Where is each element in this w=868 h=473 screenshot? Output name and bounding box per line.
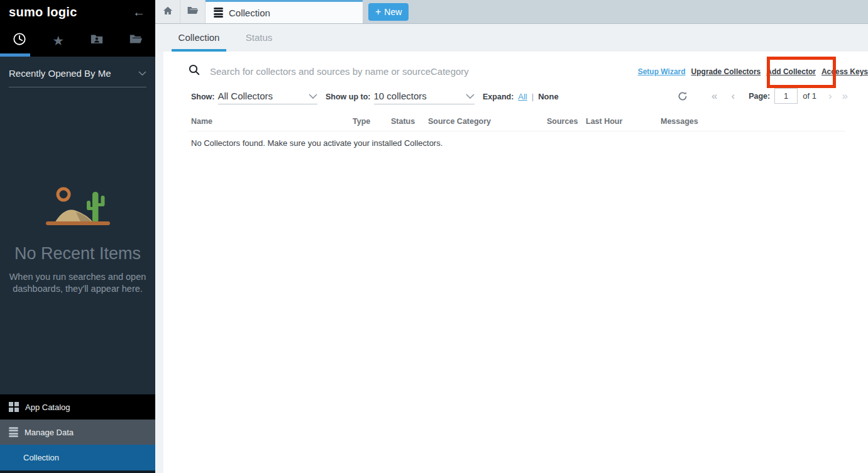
column-header-name[interactable]: Name bbox=[191, 117, 212, 126]
table-empty-message: No Collectors found. Make sure you activ… bbox=[191, 138, 442, 148]
access-keys-link[interactable]: Access Keys bbox=[821, 67, 868, 76]
sidebar-item-collection[interactable]: Collection bbox=[0, 445, 155, 470]
open-folder-icon bbox=[187, 4, 199, 19]
expand-none-link[interactable]: None bbox=[538, 92, 559, 101]
column-header-sources[interactable]: Sources bbox=[547, 117, 578, 126]
show-up-to-value: 10 collectors bbox=[374, 91, 427, 101]
database-icon bbox=[9, 427, 18, 438]
clock-icon bbox=[13, 32, 26, 48]
chevron-down-icon bbox=[466, 94, 475, 99]
expand-label: Expand: bbox=[483, 92, 514, 101]
expand-controls: Expand: All | None bbox=[483, 92, 559, 101]
last-page-icon[interactable]: » bbox=[842, 91, 848, 101]
panel-gutter bbox=[155, 52, 163, 473]
app-catalog-label: App Catalog bbox=[25, 403, 70, 412]
recently-opened-dropdown[interactable]: Recently Opened By Me bbox=[9, 67, 146, 87]
manage-data-label: Manage Data bbox=[25, 428, 74, 437]
table-header-divider bbox=[189, 131, 845, 131]
show-filter-value: All Collectors bbox=[218, 91, 273, 101]
column-header-status[interactable]: Status bbox=[391, 117, 415, 126]
recently-opened-label: Recently Opened By Me bbox=[9, 68, 111, 79]
personal-folder-icon bbox=[90, 32, 104, 48]
tab-collection[interactable]: Collection bbox=[172, 24, 226, 52]
desert-cactus-illustration bbox=[37, 220, 119, 231]
refresh-icon bbox=[678, 91, 688, 101]
quick-links: Setup Wizard Upgrade Collectors Add Coll… bbox=[638, 67, 868, 76]
collapse-sidebar-arrow-icon[interactable]: ← bbox=[133, 6, 145, 18]
chevron-down-icon bbox=[138, 67, 146, 79]
sidebar-tab-personal[interactable] bbox=[78, 24, 117, 57]
show-filter: Show: All Collectors bbox=[191, 91, 317, 104]
collection-window-tab[interactable]: Collection bbox=[206, 0, 363, 23]
page-label: Page: bbox=[749, 92, 770, 101]
home-icon bbox=[162, 5, 173, 19]
sidebar-nav-icons: ★ bbox=[0, 24, 155, 57]
show-filter-label: Show: bbox=[191, 92, 215, 104]
collection-panel: Setup Wizard Upgrade Collectors Add Coll… bbox=[163, 52, 868, 473]
collection-label: Collection bbox=[23, 453, 59, 462]
show-up-to-filter: Show up to: 10 collectors bbox=[326, 91, 475, 104]
sidebar: sumo logic ← ★ Recently Opened By Me bbox=[0, 0, 155, 473]
page-number-input[interactable] bbox=[774, 88, 798, 104]
chevron-down-icon bbox=[309, 94, 317, 99]
sidebar-tab-library[interactable] bbox=[116, 24, 155, 57]
add-collector-link[interactable]: Add Collector bbox=[766, 67, 816, 76]
empty-state-title: No Recent Items bbox=[0, 244, 155, 264]
page-total: of 1 bbox=[803, 91, 816, 101]
new-button[interactable]: + New bbox=[368, 3, 409, 21]
library-tab-button[interactable] bbox=[180, 0, 206, 23]
sumo-logic-logo: sumo logic bbox=[9, 5, 133, 19]
sidebar-tab-recent[interactable] bbox=[0, 24, 39, 57]
database-icon bbox=[214, 8, 223, 18]
star-icon: ★ bbox=[52, 34, 64, 47]
sidebar-bottom-menu: App Catalog Manage Data Collection bbox=[0, 394, 155, 470]
sidebar-tab-favorites[interactable]: ★ bbox=[39, 24, 78, 57]
upgrade-collectors-link[interactable]: Upgrade Collectors bbox=[691, 67, 761, 76]
column-header-source-category[interactable]: Source Category bbox=[428, 117, 491, 126]
tab-status[interactable]: Status bbox=[244, 24, 273, 52]
show-filter-dropdown[interactable]: All Collectors bbox=[218, 91, 317, 104]
sidebar-item-manage-data[interactable]: Manage Data bbox=[0, 420, 155, 445]
refresh-button[interactable] bbox=[678, 91, 688, 104]
sidebar-footer-strip bbox=[0, 470, 155, 473]
open-folder-icon bbox=[129, 32, 143, 48]
sidebar-item-app-catalog[interactable]: App Catalog bbox=[0, 394, 155, 420]
plus-icon: + bbox=[375, 6, 381, 18]
search-icon bbox=[189, 64, 200, 78]
new-button-label: New bbox=[384, 7, 402, 17]
previous-page-icon[interactable]: ‹ bbox=[731, 91, 735, 101]
sidebar-empty-state: No Recent Items When you run searches an… bbox=[0, 184, 155, 295]
empty-state-message: When you run searches and open dashboard… bbox=[7, 271, 149, 295]
top-tab-bar: Collection + New bbox=[155, 0, 868, 24]
collection-tab-label: Collection bbox=[229, 8, 270, 18]
show-up-to-label: Show up to: bbox=[326, 92, 371, 104]
logo-bar: sumo logic ← bbox=[0, 0, 155, 24]
home-tab-button[interactable] bbox=[155, 0, 180, 23]
expand-all-link[interactable]: All bbox=[518, 92, 527, 101]
setup-wizard-link[interactable]: Setup Wizard bbox=[638, 67, 686, 76]
search-input[interactable] bbox=[210, 66, 600, 77]
column-header-type[interactable]: Type bbox=[353, 117, 370, 126]
app-catalog-grid-icon bbox=[9, 402, 19, 412]
secondary-tabs: Collection Status bbox=[155, 24, 868, 52]
next-page-icon[interactable]: › bbox=[828, 91, 832, 101]
expand-divider: | bbox=[532, 92, 534, 101]
search-row bbox=[189, 64, 600, 78]
table-header-row: Name Type Status Source Category Sources… bbox=[163, 117, 868, 131]
column-header-messages[interactable]: Messages bbox=[661, 117, 698, 126]
column-header-last-hour[interactable]: Last Hour bbox=[586, 117, 622, 126]
pagination: « ‹ Page: of 1 › » bbox=[711, 88, 848, 104]
show-up-to-dropdown[interactable]: 10 collectors bbox=[374, 91, 475, 104]
first-page-icon[interactable]: « bbox=[711, 91, 717, 101]
